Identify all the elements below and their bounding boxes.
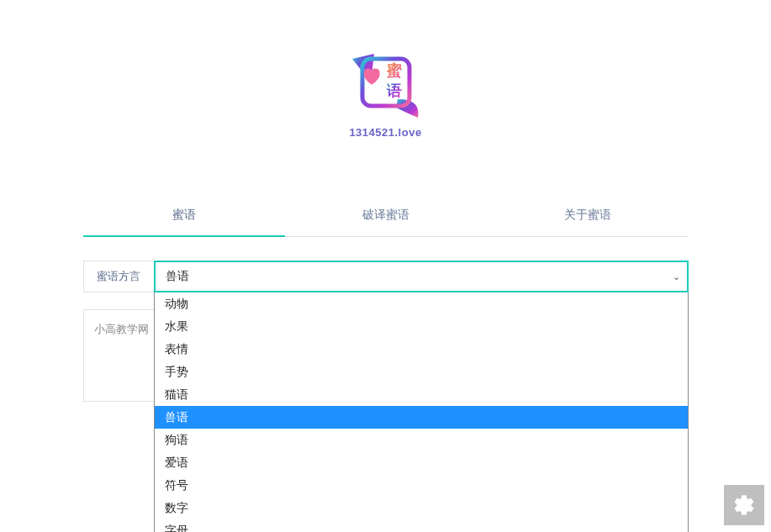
dialect-option[interactable]: 数字 <box>155 497 688 519</box>
dialect-select[interactable]: 兽语 ⌄ <box>154 261 689 292</box>
logo-char-bot: 语 <box>386 82 402 99</box>
dialect-option[interactable]: 狗语 <box>155 429 688 451</box>
dialect-option[interactable]: 手势 <box>155 361 688 383</box>
dialect-option[interactable]: 动物 <box>155 292 688 315</box>
dialect-option[interactable]: 符号 <box>155 474 688 497</box>
tab-encode[interactable]: 蜜语 <box>83 198 285 236</box>
logo-caption: 1314521.love <box>347 126 425 139</box>
logo-char-top: 蜜 <box>386 62 403 79</box>
tab-about[interactable]: 关于蜜语 <box>487 198 689 236</box>
dialect-row: 蜜语方言 兽语 ⌄ 动物水果表情手势猫语兽语狗语爱语符号数字字母 <box>83 261 689 292</box>
dialect-option[interactable]: 表情 <box>155 338 688 361</box>
tab-label: 蜜语 <box>172 208 196 221</box>
gear-icon <box>732 493 756 517</box>
tab-bar: 蜜语 破译蜜语 关于蜜语 <box>83 198 689 237</box>
dialect-option[interactable]: 字母 <box>155 519 688 532</box>
logo-image: 蜜 语 <box>347 50 425 121</box>
chevron-down-icon: ⌄ <box>673 271 680 282</box>
dialect-dropdown: 动物水果表情手势猫语兽语狗语爱语符号数字字母 <box>154 292 689 532</box>
settings-button[interactable] <box>724 485 764 525</box>
tab-label: 关于蜜语 <box>564 208 611 221</box>
dialect-option[interactable]: 兽语 <box>155 406 688 429</box>
dialect-option[interactable]: 爱语 <box>155 451 688 474</box>
dialect-option[interactable]: 水果 <box>155 315 688 338</box>
tab-label: 破译蜜语 <box>362 208 409 221</box>
dialect-selected-text: 兽语 <box>166 269 189 284</box>
logo: 蜜 语 1314521.love <box>83 50 689 139</box>
dialect-option[interactable]: 猫语 <box>155 383 688 406</box>
tab-decode[interactable]: 破译蜜语 <box>285 198 487 236</box>
textarea-placeholder: 小高教学网 <box>94 323 149 335</box>
dialect-label: 蜜语方言 <box>83 261 154 292</box>
